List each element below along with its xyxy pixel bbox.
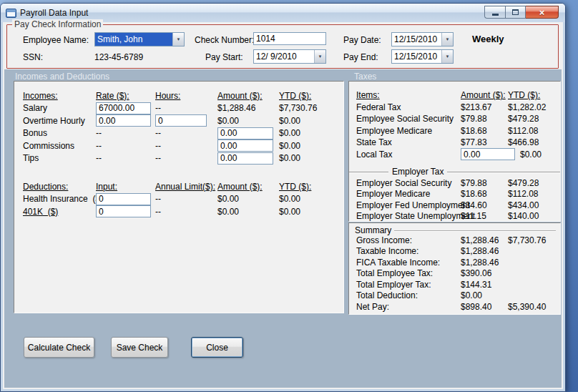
overtime-label: Overtime Hourly: [23, 114, 96, 127]
401k-amount: $0.00: [217, 205, 279, 218]
federal-tax-label: Federal Tax: [356, 102, 461, 114]
maximize-button[interactable]: [505, 6, 526, 19]
amount-col-header: Amount ($):: [217, 89, 279, 102]
bonus-ytd: $0.00: [279, 127, 341, 140]
employee-ss-ytd: $479.28: [508, 113, 557, 125]
employer-ss-ytd: $479.28: [508, 177, 557, 189]
taxable-income-ytd: [508, 246, 557, 258]
employer-state-unemp-label: Employer State Unemployment: [356, 211, 461, 222]
employer-medicare-ytd: $112.08: [508, 189, 557, 200]
federal-tax-ytd: $1,282.02: [508, 102, 557, 114]
pay-start-picker[interactable]: 12/ 9/2010 ▼: [253, 49, 326, 64]
lower-panel-area: Incomes and Deductions Taxes Incomes: Ra…: [4, 69, 562, 388]
tips-rate: --: [96, 152, 155, 165]
employee-name-label: Employee Name:: [23, 35, 89, 45]
incomes-col-header: Incomes:: [23, 89, 96, 102]
summary-table: Gross Income: $1,288.46 $7,730.76 Taxabl…: [349, 235, 560, 313]
calculate-check-button[interactable]: Calculate Check: [24, 337, 94, 358]
check-number-input[interactable]: [253, 32, 326, 45]
employer-fed-unemp-label: Employer Fed Unemployment: [356, 200, 461, 211]
summary-group-title: Summary: [355, 225, 394, 235]
overtime-hours-input[interactable]: [155, 114, 207, 127]
salary-amount: $1,288.46: [217, 102, 279, 115]
total-employer-tax-label: Total Employer Tax:: [356, 279, 461, 290]
check-number-label: Check Number:: [195, 35, 254, 45]
pay-start-label: Pay Start:: [205, 52, 243, 62]
taxable-income-label: Taxable Income:: [356, 246, 461, 258]
401k-input[interactable]: [96, 205, 151, 217]
summary-panel: Summary Gross Income: $1,288.46 $7,730.7…: [348, 222, 561, 315]
caption-buttons: ×: [484, 6, 559, 19]
salary-label: Salary: [23, 102, 96, 115]
state-tax-label: State Tax: [356, 137, 461, 149]
total-deduction-ytd: [508, 290, 557, 302]
bonus-rate: --: [96, 127, 155, 140]
state-tax-ytd: $466.98: [508, 137, 557, 149]
ded-ytd-col-header: YTD ($):: [279, 180, 341, 193]
overtime-rate-input[interactable]: [96, 114, 151, 127]
tax-amount-col-header: Amount ($):: [461, 89, 508, 102]
close-icon: ×: [539, 7, 545, 18]
401k-label[interactable]: 401K ($): [23, 205, 96, 218]
health-insurance-ytd: $0.00: [279, 193, 341, 206]
commissions-amount-input[interactable]: [217, 139, 273, 152]
chevron-down-icon[interactable]: ▼: [314, 50, 325, 63]
fica-taxable-ytd: [508, 257, 557, 268]
local-tax-input[interactable]: [461, 148, 515, 160]
divider-line: [349, 172, 560, 172]
fica-taxable-amount: $1,288.46: [461, 257, 508, 268]
salary-ytd: $7,730.76: [279, 102, 341, 115]
employer-tax-divider: Employer Tax: [349, 167, 560, 177]
401k-limit: --: [155, 205, 217, 218]
pay-end-label: Pay End:: [343, 52, 378, 62]
summary-header-line: [394, 230, 556, 231]
pay-end-picker[interactable]: 12/15/2010 ▼: [391, 49, 454, 64]
pay-date-label: Pay Date:: [343, 35, 381, 45]
health-insurance-label: Health Insurance ($): [23, 193, 96, 206]
bonus-label: Bonus: [23, 127, 96, 140]
overtime-ytd: $0.00: [279, 114, 341, 127]
chevron-down-icon[interactable]: ▼: [172, 33, 184, 46]
hours-col-header: Hours:: [155, 89, 217, 102]
items-col-header: Items:: [356, 89, 461, 102]
minimize-icon: [492, 14, 499, 16]
commissions-label: Commissions: [23, 139, 96, 152]
fica-taxable-label: FICA Taxable Income:: [356, 257, 461, 268]
net-pay-ytd: $5,390.40: [508, 301, 557, 313]
ssn-label: SSN:: [23, 52, 43, 62]
bonus-amount-input[interactable]: [217, 127, 273, 139]
taxes-table: Items: Amount ($): YTD ($): Federal Tax …: [349, 82, 560, 160]
ytd-col-header: YTD ($):: [279, 89, 341, 102]
minimize-button[interactable]: [484, 6, 505, 19]
local-tax-ytd: $0.00: [520, 150, 542, 160]
bonus-hours: --: [155, 127, 217, 140]
employer-medicare-label: Employer Medicare: [356, 189, 461, 200]
app-icon: [6, 9, 16, 18]
employer-fed-unemp-ytd: $434.00: [508, 200, 557, 211]
gross-income-amount: $1,288.46: [461, 235, 508, 246]
401k-ytd: $0.00: [279, 205, 341, 218]
salary-hours: --: [155, 102, 217, 115]
employer-tax-header: Employer Tax: [388, 167, 447, 177]
chevron-down-icon[interactable]: ▼: [441, 50, 453, 63]
state-tax-amount: $77.83: [461, 137, 508, 149]
close-button[interactable]: ×: [526, 6, 559, 19]
health-insurance-input[interactable]: [96, 193, 151, 205]
total-deduction-label: Total Deduction:: [356, 290, 461, 302]
chevron-down-icon[interactable]: ▼: [441, 33, 453, 46]
employee-name-combobox[interactable]: Smith, John ▼: [94, 32, 185, 46]
pay-date-picker[interactable]: 12/15/2010 ▼: [391, 32, 454, 46]
employer-state-unemp-ytd: $140.00: [508, 211, 557, 222]
employee-medicare-label: Employee Medicare: [356, 125, 461, 137]
tax-ytd-col-header: YTD ($):: [508, 89, 557, 102]
employee-name-value: Smith, John: [95, 33, 172, 46]
pay-end-value: 12/15/2010: [392, 50, 441, 63]
salary-rate-input[interactable]: [96, 102, 151, 114]
save-check-button[interactable]: Save Check: [111, 337, 168, 358]
pay-frequency-label: Weekly: [472, 34, 504, 44]
overtime-amount: $0.00: [217, 114, 279, 127]
tips-amount-input[interactable]: [217, 152, 273, 165]
close-check-button[interactable]: Close: [191, 337, 243, 358]
incomes-deductions-panel: Incomes: Rate ($): Hours: Amount ($): YT…: [14, 81, 344, 313]
total-employee-tax-amount: $390.06: [461, 268, 508, 280]
